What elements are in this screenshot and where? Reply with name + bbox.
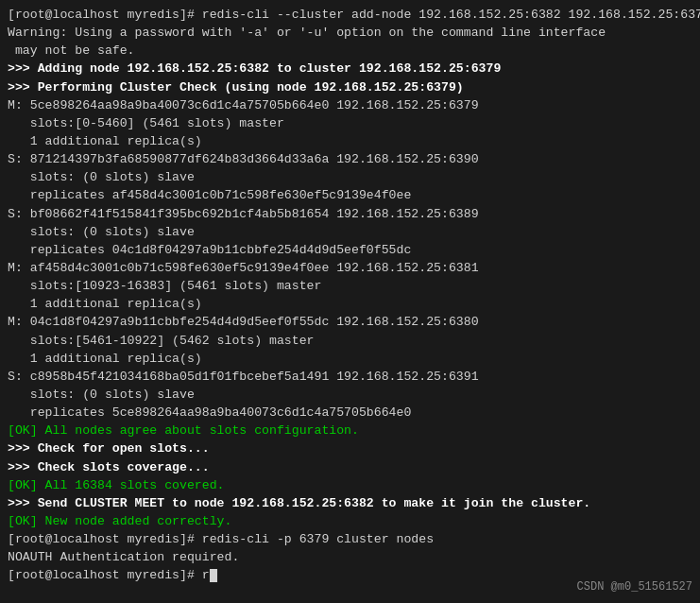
terminal-line-9: slots: (0 slots) slave (8, 168, 692, 186)
terminal-line-20: S: c8958b45f421034168ba05d1f01fbcebef5a1… (8, 368, 692, 386)
terminal-line-6: slots:[0-5460] (5461 slots) master (8, 114, 692, 132)
terminal-line-4: >>> Performing Cluster Check (using node… (8, 78, 692, 96)
terminal-line-19: 1 additional replica(s) (8, 350, 692, 368)
terminal-line-11: S: bf08662f41f515841f395bc692b1cf4ab5b81… (8, 205, 692, 223)
terminal-line-28: [OK] New node added correctly. (8, 512, 692, 530)
terminal-line-17: M: 04c1d8f04297a9b11cbbfe254d4d9d5eef0f5… (8, 313, 692, 331)
terminal-line-5: M: 5ce898264aa98a9ba40073c6d1c4a75705b66… (8, 96, 692, 114)
terminal-line-15: slots:[10923-16383] (5461 slots) master (8, 277, 692, 295)
terminal-line-7: 1 additional replica(s) (8, 132, 692, 150)
terminal-line-21: slots: (0 slots) slave (8, 386, 692, 404)
terminal-line-18: slots:[5461-10922] (5462 slots) master (8, 332, 692, 350)
terminal-line-10: replicates af458d4c3001c0b71c598fe630ef5… (8, 186, 692, 204)
terminal-line-0: [root@localhost myredis]# redis-cli --cl… (8, 6, 692, 24)
terminal-line-14: M: af458d4c3001c0b71c598fe630ef5c9139e4f… (8, 259, 692, 277)
terminal[interactable]: [root@localhost myredis]# redis-cli --cl… (0, 0, 700, 603)
terminal-line-13: replicates 04c1d8f04297a9b11cbbfe254d4d9… (8, 241, 692, 259)
terminal-line-2: may not be safe. (8, 42, 692, 60)
terminal-line-29: [root@localhost myredis]# redis-cli -p 6… (8, 530, 692, 548)
terminal-line-12: slots: (0 slots) slave (8, 223, 692, 241)
terminal-line-8: S: 871214397b3fa68590877df624b83d3664d33… (8, 150, 692, 168)
terminal-line-16: 1 additional replica(s) (8, 295, 692, 313)
terminal-line-27: >>> Send CLUSTER MEET to node 192.168.15… (8, 494, 692, 512)
terminal-line-23: [OK] All nodes agree about slots configu… (8, 422, 692, 439)
terminal-line-3: >>> Adding node 192.168.152.25:6382 to c… (8, 60, 692, 78)
terminal-line-26: [OK] All 16384 slots covered. (8, 476, 692, 494)
terminal-cursor (210, 569, 217, 582)
terminal-line-22: replicates 5ce898264aa98a9ba40073c6d1c4a… (8, 404, 692, 422)
watermark: CSDN @m0_51561527 (577, 579, 692, 595)
terminal-line-1: Warning: Using a password with '-a' or '… (8, 24, 692, 42)
terminal-line-30: NOAUTH Authentication required. (8, 548, 692, 566)
terminal-line-24: >>> Check for open slots... (8, 439, 692, 457)
terminal-line-25: >>> Check slots coverage... (8, 458, 692, 476)
